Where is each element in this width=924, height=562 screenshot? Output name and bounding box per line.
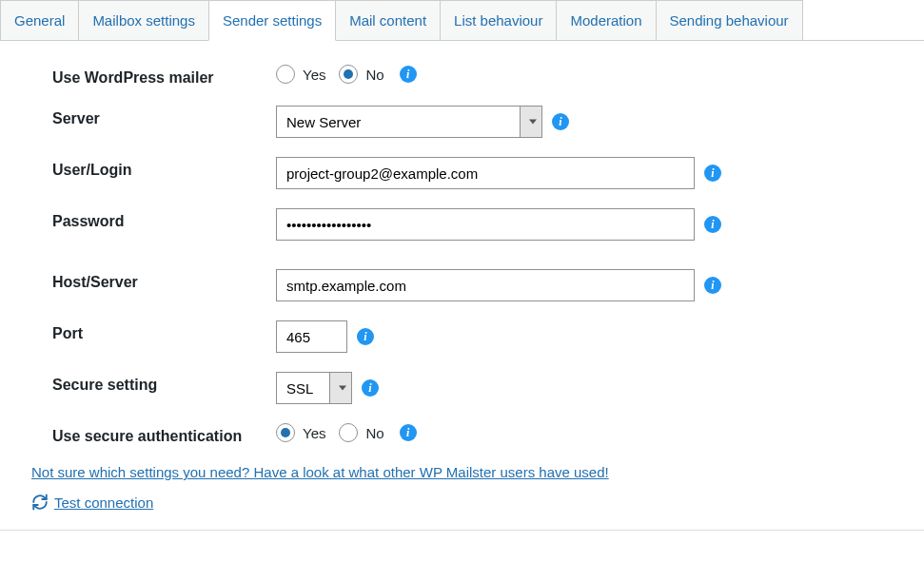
- tab-sender-settings[interactable]: Sender settings: [208, 0, 336, 41]
- secure-auth-yes-label: Yes: [303, 425, 325, 441]
- tab-general[interactable]: General: [0, 0, 79, 40]
- host-input[interactable]: [276, 269, 695, 301]
- user-input[interactable]: [276, 157, 695, 189]
- host-label: Host/Server: [52, 269, 276, 291]
- wp-mailer-no-label: No: [365, 67, 383, 83]
- secure-label: Secure setting: [52, 372, 276, 394]
- info-icon[interactable]: i: [704, 165, 721, 182]
- port-label: Port: [52, 320, 276, 342]
- tab-bar: General Mailbox settings Sender settings…: [0, 0, 924, 41]
- wp-mailer-label: Use WordPress mailer: [52, 65, 276, 87]
- port-input[interactable]: [276, 320, 347, 353]
- server-select[interactable]: New Server: [276, 106, 542, 138]
- user-label: User/Login: [52, 157, 276, 179]
- info-icon[interactable]: i: [362, 379, 379, 397]
- info-icon[interactable]: i: [400, 424, 417, 441]
- tab-mailbox-settings[interactable]: Mailbox settings: [78, 0, 209, 40]
- secure-select[interactable]: SSL: [276, 372, 352, 404]
- row-wp-mailer: Use WordPress mailer Yes No i: [52, 65, 895, 87]
- info-icon[interactable]: i: [704, 216, 721, 233]
- tab-list-behaviour[interactable]: List behaviour: [440, 0, 557, 40]
- password-input[interactable]: [276, 208, 695, 241]
- secure-auth-radio-yes[interactable]: [276, 423, 295, 442]
- secure-auth-radio-no[interactable]: [339, 423, 358, 442]
- tab-sending-behaviour[interactable]: Sending behaviour: [656, 0, 803, 40]
- refresh-icon: [31, 494, 49, 511]
- info-icon[interactable]: i: [357, 328, 374, 345]
- row-secure: Secure setting SSL i: [52, 372, 895, 404]
- info-icon[interactable]: i: [704, 277, 721, 294]
- row-port: Port i: [52, 320, 895, 353]
- row-user: User/Login i: [52, 157, 895, 189]
- row-server: Server New Server i: [52, 106, 895, 138]
- sender-settings-form: Use WordPress mailer Yes No i Server New…: [0, 41, 924, 531]
- wp-mailer-radio-no[interactable]: [339, 65, 358, 84]
- password-label: Password: [52, 208, 276, 230]
- secure-auth-label: Use secure authentication: [52, 423, 276, 445]
- tab-mail-content[interactable]: Mail content: [335, 0, 441, 40]
- help-link[interactable]: Not sure which settings you need? Have a…: [31, 464, 609, 480]
- wp-mailer-yes-label: Yes: [303, 67, 325, 83]
- server-label: Server: [52, 106, 276, 127]
- help-link-row: Not sure which settings you need? Have a…: [31, 464, 895, 480]
- test-connection-row: Test connection: [31, 494, 895, 511]
- tab-moderation[interactable]: Moderation: [556, 0, 656, 40]
- row-host: Host/Server i: [52, 269, 895, 301]
- row-password: Password i: [52, 208, 895, 241]
- wp-mailer-radio-yes[interactable]: [276, 65, 295, 84]
- secure-auth-no-label: No: [365, 425, 383, 441]
- info-icon[interactable]: i: [552, 113, 569, 130]
- info-icon[interactable]: i: [400, 66, 417, 83]
- row-secure-auth: Use secure authentication Yes No i: [52, 423, 895, 445]
- test-connection-link[interactable]: Test connection: [54, 494, 153, 511]
